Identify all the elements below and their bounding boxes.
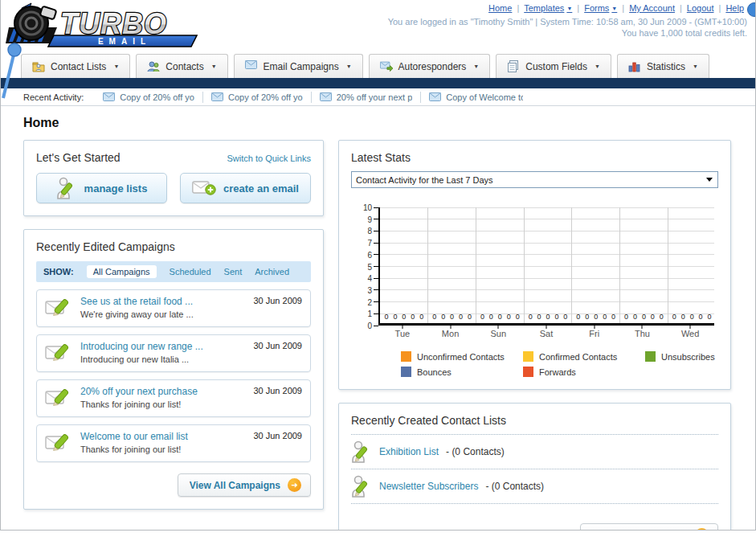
y-axis-label: 0: [367, 322, 372, 330]
dropdown-arrow-icon: ▼: [211, 64, 217, 69]
campaign-card[interactable]: See us at the retail food ...We're givin…: [36, 289, 311, 327]
x-axis-tick: [594, 326, 595, 329]
y-gridline: [380, 289, 714, 290]
legend-item-confirmed-contacts: Confirmed Contacts: [523, 351, 645, 362]
contact-lists-folder-icon: [32, 60, 45, 73]
tab-statistics[interactable]: Statistics▼: [617, 54, 709, 78]
manage-lists-label: manage lists: [84, 182, 148, 195]
x-axis-tick: [498, 326, 499, 329]
tab-autoresponders[interactable]: Autoresponders▼: [369, 54, 491, 78]
y-gridline: [380, 266, 714, 267]
tab-contacts[interactable]: Contacts▼: [136, 54, 227, 78]
contact-activity-chart: 012345678910 000000000000000000000000000…: [358, 207, 717, 326]
filter-sent[interactable]: Sent: [224, 267, 243, 277]
contact-list-row[interactable]: Newsletter Subscribers - (0 Contacts): [351, 469, 718, 503]
data-value-label: 0: [576, 313, 580, 321]
campaign-card[interactable]: Welcome to our email listThanks for join…: [36, 424, 311, 462]
envelope-icon: [245, 60, 258, 73]
data-value-label: 0: [624, 313, 628, 321]
contact-list-link[interactable]: Exhibition List: [379, 446, 439, 457]
campaign-subtitle: Thanks for joining our list!: [80, 445, 188, 454]
arrow-right-icon: ➜: [288, 478, 301, 492]
campaign-title-link[interactable]: Welcome to our email list: [80, 431, 188, 442]
legend-swatch: [401, 367, 411, 377]
header: TURBO EMAIL Home|Templates▼|Forms▼|My Ac…: [1, 0, 755, 48]
campaign-title-link[interactable]: See us at the retail food ...: [80, 296, 194, 307]
view-all-campaigns-button[interactable]: View All Campaigns ➜: [178, 473, 311, 497]
campaign-title-link[interactable]: Introducing our new range ...: [80, 341, 203, 352]
person-pencil-icon: [56, 177, 77, 199]
legend-label: Unsubscribes: [661, 352, 715, 362]
y-axis-label: 3: [367, 285, 372, 294]
stats-period-select[interactable]: Contact Activity for the Last 7 Days: [351, 171, 718, 188]
get-started-title: Let's Get Started: [36, 151, 121, 164]
y-gridline: [380, 207, 714, 208]
header-link-home[interactable]: Home: [488, 3, 512, 13]
data-value-label: 0: [563, 313, 567, 321]
campaign-subtitle: Introducing our new Italia ...: [80, 354, 203, 364]
y-gridline: [380, 278, 714, 279]
legend-swatch: [645, 351, 656, 362]
contact-lists-panel: Recently Created Contact Lists Exhibitio…: [338, 403, 731, 531]
campaign-text: Introducing our new range ...Introducing…: [80, 341, 203, 364]
main-content: Home Let's Get Started Switch to Quick L…: [1, 106, 755, 531]
campaign-date: 30 Jun 2009: [253, 341, 302, 350]
data-value-label: 0: [594, 313, 598, 321]
y-axis-label: 7: [367, 239, 372, 248]
filter-scheduled[interactable]: Scheduled: [170, 267, 211, 277]
x-gridline: [476, 207, 476, 323]
x-axis-tick: [450, 326, 451, 329]
recent-activity-label: Recent Activity:: [23, 92, 84, 102]
recent-activity-item[interactable]: Copy of Welcome to: [420, 92, 531, 103]
see-all-contact-lists-label: See All Contact Lists: [592, 530, 688, 531]
turbo-email-logo: TURBO EMAIL: [4, 2, 206, 51]
dropdown-arrow-icon: ▼: [566, 6, 572, 11]
contact-lists-title: Recently Created Contact Lists: [351, 414, 718, 427]
data-value-label: 0: [672, 313, 676, 321]
recent-activity-item[interactable]: 20% off your next p: [311, 92, 421, 103]
app-window: TURBO EMAIL Home|Templates▼|Forms▼|My Ac…: [0, 0, 756, 531]
y-axis-label: 1: [367, 309, 372, 318]
y-axis-label: 2: [367, 297, 372, 306]
campaign-card[interactable]: 20% off your next purchaseThanks for joi…: [36, 379, 311, 417]
header-link-my-account[interactable]: My Account: [629, 3, 675, 13]
tab-label: Autoresponders: [398, 61, 467, 72]
data-value-label: 0: [546, 313, 550, 321]
campaign-date: 30 Jun 2009: [253, 431, 302, 440]
data-value-label: 0: [660, 313, 664, 321]
campaign-text: Welcome to our email listThanks for join…: [80, 431, 188, 454]
recent-campaigns-panel: Recently Edited Campaigns SHOW: All Camp…: [23, 229, 324, 510]
pin-decoration-icon: [1, 40, 25, 100]
header-link-forms[interactable]: Forms▼: [584, 3, 617, 13]
header-link-help[interactable]: Help: [725, 3, 744, 13]
y-axis-label: 10: [363, 203, 372, 212]
recent-activity-item[interactable]: Copy of 20% off yo: [95, 92, 202, 103]
legend-label: Bounces: [417, 367, 452, 377]
filter-all-campaigns[interactable]: All Campaigns: [87, 265, 157, 278]
create-an-email-button[interactable]: create an email: [180, 173, 311, 203]
contact-list-row[interactable]: Exhibition List - (0 Contacts): [351, 434, 718, 469]
see-all-contact-lists-button[interactable]: See All Contact Lists ➜: [580, 523, 718, 531]
recent-activity-item[interactable]: Copy of 20% off yo: [202, 92, 311, 103]
data-value-label: 0: [707, 313, 711, 321]
data-value-label: 0: [498, 313, 502, 321]
contact-list-count: - (0 Contacts): [446, 446, 505, 457]
switch-quick-links-link[interactable]: Switch to Quick Links: [227, 154, 311, 163]
envelope-icon: [429, 92, 441, 101]
help-bubble-icon[interactable]: [747, 2, 756, 17]
manage-lists-button[interactable]: manage lists: [36, 173, 167, 203]
filter-archived[interactable]: Archived: [255, 267, 289, 277]
view-all-campaigns-label: View All Campaigns: [190, 480, 280, 491]
data-value-label: 0: [611, 313, 615, 321]
tab-custom-fields[interactable]: Custom Fields▼: [496, 54, 611, 78]
campaign-card[interactable]: Introducing our new range ...Introducing…: [36, 334, 311, 372]
tab-contact-lists[interactable]: Contact Lists▼: [21, 54, 130, 78]
envelope-plus-icon: [192, 179, 216, 197]
campaign-title-link[interactable]: 20% off your next purchase: [80, 386, 198, 397]
get-started-panel: Let's Get Started Switch to Quick Links …: [23, 140, 324, 216]
contact-list-link[interactable]: Newsletter Subscribers: [379, 481, 478, 492]
header-link-logout[interactable]: Logout: [687, 3, 714, 13]
header-link-templates[interactable]: Templates▼: [524, 3, 572, 13]
person-pencil-icon: [351, 440, 372, 463]
tab-email-campaigns[interactable]: Email Campaigns▼: [234, 54, 363, 78]
